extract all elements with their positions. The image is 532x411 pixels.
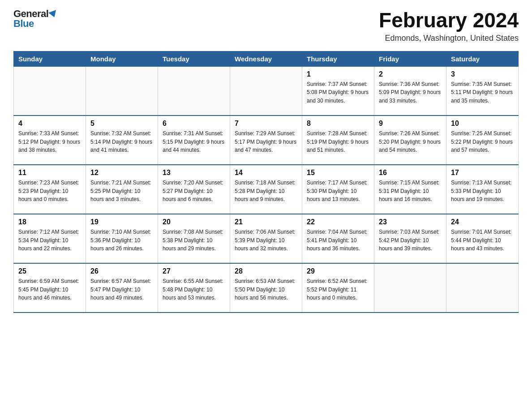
day-number: 6	[163, 120, 225, 128]
day-info: Sunrise: 7:26 AM Sunset: 5:20 PM Dayligh…	[379, 129, 442, 154]
calendar-cell: 1Sunrise: 7:37 AM Sunset: 5:08 PM Daylig…	[302, 66, 374, 116]
calendar-cell: 14Sunrise: 7:18 AM Sunset: 5:28 PM Dayli…	[230, 165, 302, 214]
day-number: 10	[451, 120, 514, 128]
column-header-friday: Friday	[374, 51, 446, 66]
day-number: 16	[379, 169, 442, 177]
day-number: 28	[235, 267, 297, 275]
day-info: Sunrise: 7:32 AM Sunset: 5:14 PM Dayligh…	[90, 129, 153, 154]
calendar-header-row: SundayMondayTuesdayWednesdayThursdayFrid…	[14, 51, 519, 66]
day-info: Sunrise: 7:29 AM Sunset: 5:17 PM Dayligh…	[235, 129, 297, 154]
calendar-cell: 9Sunrise: 7:26 AM Sunset: 5:20 PM Daylig…	[374, 116, 446, 165]
calendar-cell	[374, 263, 446, 313]
day-info: Sunrise: 7:12 AM Sunset: 5:34 PM Dayligh…	[18, 228, 81, 253]
day-info: Sunrise: 6:57 AM Sunset: 5:47 PM Dayligh…	[90, 277, 153, 302]
day-number: 11	[18, 169, 81, 177]
day-number: 7	[235, 120, 297, 128]
calendar-cell: 4Sunrise: 7:33 AM Sunset: 5:12 PM Daylig…	[14, 116, 86, 165]
day-info: Sunrise: 7:18 AM Sunset: 5:28 PM Dayligh…	[235, 179, 297, 204]
day-number: 4	[18, 120, 81, 128]
day-info: Sunrise: 7:36 AM Sunset: 5:09 PM Dayligh…	[379, 80, 442, 105]
calendar-cell: 2Sunrise: 7:36 AM Sunset: 5:09 PM Daylig…	[374, 66, 446, 116]
day-info: Sunrise: 7:17 AM Sunset: 5:30 PM Dayligh…	[307, 179, 369, 204]
calendar-cell: 10Sunrise: 7:25 AM Sunset: 5:22 PM Dayli…	[446, 116, 519, 165]
day-info: Sunrise: 7:35 AM Sunset: 5:11 PM Dayligh…	[451, 80, 514, 105]
day-number: 17	[451, 169, 514, 177]
calendar-cell: 12Sunrise: 7:21 AM Sunset: 5:25 PM Dayli…	[86, 165, 158, 214]
day-info: Sunrise: 6:52 AM Sunset: 5:52 PM Dayligh…	[307, 277, 369, 302]
day-info: Sunrise: 7:20 AM Sunset: 5:27 PM Dayligh…	[163, 179, 225, 204]
title-area: February 2024 Edmonds, Washington, Unite…	[379, 9, 519, 43]
day-number: 23	[379, 218, 442, 226]
calendar-cell	[230, 66, 302, 116]
calendar-cell: 11Sunrise: 7:23 AM Sunset: 5:23 PM Dayli…	[14, 165, 86, 214]
calendar-cell: 13Sunrise: 7:20 AM Sunset: 5:27 PM Dayli…	[158, 165, 230, 214]
day-number: 12	[90, 169, 153, 177]
day-info: Sunrise: 7:23 AM Sunset: 5:23 PM Dayligh…	[18, 179, 81, 204]
column-header-thursday: Thursday	[302, 51, 374, 66]
day-info: Sunrise: 7:28 AM Sunset: 5:19 PM Dayligh…	[307, 129, 369, 154]
calendar-cell	[446, 263, 519, 313]
column-header-monday: Monday	[86, 51, 158, 66]
day-number: 2	[379, 70, 442, 78]
calendar-cell: 28Sunrise: 6:53 AM Sunset: 5:50 PM Dayli…	[230, 263, 302, 313]
day-info: Sunrise: 7:31 AM Sunset: 5:15 PM Dayligh…	[163, 129, 225, 154]
day-number: 9	[379, 120, 442, 128]
day-number: 13	[163, 169, 225, 177]
day-number: 19	[90, 218, 153, 226]
calendar-cell: 8Sunrise: 7:28 AM Sunset: 5:19 PM Daylig…	[302, 116, 374, 165]
calendar-cell	[14, 66, 86, 116]
calendar-cell: 16Sunrise: 7:15 AM Sunset: 5:31 PM Dayli…	[374, 165, 446, 214]
day-number: 26	[90, 267, 153, 275]
calendar-table: SundayMondayTuesdayWednesdayThursdayFrid…	[13, 51, 519, 313]
calendar-cell	[86, 66, 158, 116]
day-number: 21	[235, 218, 297, 226]
day-number: 1	[307, 70, 369, 78]
calendar-cell: 19Sunrise: 7:10 AM Sunset: 5:36 PM Dayli…	[86, 214, 158, 263]
column-header-saturday: Saturday	[446, 51, 519, 66]
day-number: 25	[18, 267, 81, 275]
calendar-cell: 15Sunrise: 7:17 AM Sunset: 5:30 PM Dayli…	[302, 165, 374, 214]
logo: General Blue	[13, 9, 57, 29]
day-info: Sunrise: 6:55 AM Sunset: 5:48 PM Dayligh…	[163, 277, 225, 302]
calendar-cell: 23Sunrise: 7:03 AM Sunset: 5:42 PM Dayli…	[374, 214, 446, 263]
day-number: 22	[307, 218, 369, 226]
day-number: 14	[235, 169, 297, 177]
calendar-cell	[158, 66, 230, 116]
calendar-week-row: 1Sunrise: 7:37 AM Sunset: 5:08 PM Daylig…	[14, 66, 519, 116]
day-number: 18	[18, 218, 81, 226]
calendar-cell: 7Sunrise: 7:29 AM Sunset: 5:17 PM Daylig…	[230, 116, 302, 165]
day-number: 20	[163, 218, 225, 226]
calendar-week-row: 4Sunrise: 7:33 AM Sunset: 5:12 PM Daylig…	[14, 116, 519, 165]
day-info: Sunrise: 6:59 AM Sunset: 5:45 PM Dayligh…	[18, 277, 81, 302]
calendar-cell: 6Sunrise: 7:31 AM Sunset: 5:15 PM Daylig…	[158, 116, 230, 165]
calendar-cell: 22Sunrise: 7:04 AM Sunset: 5:41 PM Dayli…	[302, 214, 374, 263]
calendar-week-row: 25Sunrise: 6:59 AM Sunset: 5:45 PM Dayli…	[14, 263, 519, 313]
calendar-cell: 25Sunrise: 6:59 AM Sunset: 5:45 PM Dayli…	[14, 263, 86, 313]
calendar-cell: 27Sunrise: 6:55 AM Sunset: 5:48 PM Dayli…	[158, 263, 230, 313]
column-header-tuesday: Tuesday	[158, 51, 230, 66]
day-info: Sunrise: 6:53 AM Sunset: 5:50 PM Dayligh…	[235, 277, 297, 302]
day-number: 8	[307, 120, 369, 128]
calendar-cell: 20Sunrise: 7:08 AM Sunset: 5:38 PM Dayli…	[158, 214, 230, 263]
day-info: Sunrise: 7:33 AM Sunset: 5:12 PM Dayligh…	[18, 129, 81, 154]
day-number: 24	[451, 218, 514, 226]
day-info: Sunrise: 7:13 AM Sunset: 5:33 PM Dayligh…	[451, 179, 514, 204]
day-number: 15	[307, 169, 369, 177]
day-info: Sunrise: 7:25 AM Sunset: 5:22 PM Dayligh…	[451, 129, 514, 154]
calendar-cell: 24Sunrise: 7:01 AM Sunset: 5:44 PM Dayli…	[446, 214, 519, 263]
calendar-cell: 17Sunrise: 7:13 AM Sunset: 5:33 PM Dayli…	[446, 165, 519, 214]
day-info: Sunrise: 7:08 AM Sunset: 5:38 PM Dayligh…	[163, 228, 225, 253]
day-number: 5	[90, 120, 153, 128]
calendar-cell: 18Sunrise: 7:12 AM Sunset: 5:34 PM Dayli…	[14, 214, 86, 263]
calendar-cell: 5Sunrise: 7:32 AM Sunset: 5:14 PM Daylig…	[86, 116, 158, 165]
day-info: Sunrise: 7:15 AM Sunset: 5:31 PM Dayligh…	[379, 179, 442, 204]
day-info: Sunrise: 7:04 AM Sunset: 5:41 PM Dayligh…	[307, 228, 369, 253]
day-info: Sunrise: 7:03 AM Sunset: 5:42 PM Dayligh…	[379, 228, 442, 253]
day-info: Sunrise: 7:01 AM Sunset: 5:44 PM Dayligh…	[451, 228, 514, 253]
calendar-title: February 2024	[379, 9, 519, 32]
calendar-cell: 29Sunrise: 6:52 AM Sunset: 5:52 PM Dayli…	[302, 263, 374, 313]
calendar-week-row: 18Sunrise: 7:12 AM Sunset: 5:34 PM Dayli…	[14, 214, 519, 263]
calendar-cell: 3Sunrise: 7:35 AM Sunset: 5:11 PM Daylig…	[446, 66, 519, 116]
day-info: Sunrise: 7:37 AM Sunset: 5:08 PM Dayligh…	[307, 80, 369, 105]
logo-triangle-icon	[49, 10, 59, 18]
